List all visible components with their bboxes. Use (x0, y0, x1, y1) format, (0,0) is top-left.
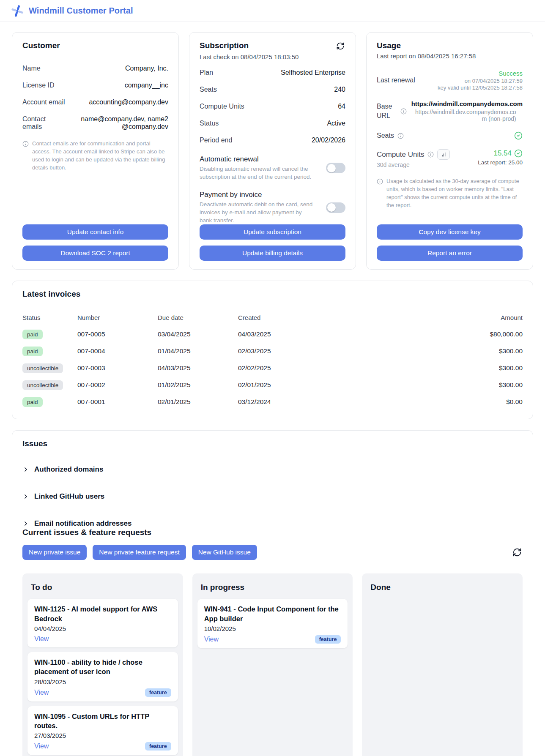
invoice-number: 007-0004 (77, 343, 158, 360)
issue-date: 27/03/2025 (34, 732, 171, 739)
usage-card-title: Usage (377, 41, 523, 50)
view-issue-link[interactable]: View (204, 636, 219, 643)
period-end-row: Period end 20/02/2026 (200, 136, 345, 144)
kanban-card[interactable]: WIN-1100 - ability to hide / chose place… (27, 652, 178, 701)
new-private-issue-button[interactable]: New private issue (22, 545, 87, 560)
column-title: To do (31, 583, 178, 592)
invoice-number: 007-0002 (77, 377, 158, 393)
invoice-amount: $0.00 (451, 393, 523, 410)
customer-license-row: License ID company__inc (22, 82, 168, 89)
invoice-number: 007-0005 (77, 326, 158, 343)
customer-note-text: Contact emails are for communication and… (32, 140, 168, 172)
top-bar: Windmill Customer Portal (0, 0, 545, 22)
automatic-renewal-toggle[interactable] (326, 163, 345, 173)
invoice-created: 02/01/2025 (238, 377, 451, 393)
kanban-card[interactable]: WIN-1095 - Custom URLs for HTTP routes. … (27, 706, 178, 756)
compute-units-chart-button[interactable] (437, 149, 450, 160)
usage-seats-row: Seats (377, 131, 523, 140)
field-value: Active (327, 120, 345, 127)
invoice-amount: $300.00 (451, 343, 523, 360)
field-label: Plan (200, 69, 213, 76)
accordion-authorized-domains[interactable]: Authorized domains (22, 465, 523, 474)
customer-fields: Name Company, Inc. License ID company__i… (22, 50, 168, 131)
kanban-card[interactable]: WIN-941 - Code Input Component for the A… (197, 599, 348, 648)
column-title: In progress (201, 583, 348, 592)
invoice-amount: $300.00 (451, 377, 523, 393)
table-row-cell: paid (22, 393, 77, 410)
refresh-issues-icon[interactable] (512, 547, 523, 558)
report-an-error-button[interactable]: Report an error (377, 246, 523, 261)
info-icon (22, 141, 29, 172)
feature-tag: feature (145, 688, 171, 697)
check-circle-icon (514, 131, 523, 140)
seats-row: Seats 240 (200, 86, 345, 93)
refresh-subscription-icon[interactable] (335, 41, 345, 51)
column-header-status: Status (22, 309, 77, 326)
invoice-created: 02/02/2025 (238, 360, 451, 377)
new-github-issue-button[interactable]: New GitHub issue (192, 545, 257, 560)
new-private-feature-request-button[interactable]: New private feature request (93, 545, 186, 560)
column-title: Done (370, 583, 518, 592)
accordion-email-notification-addresses[interactable]: Email notification addresses (22, 519, 523, 528)
customer-name-row: Name Company, Inc. (22, 65, 168, 72)
page-content: Customer Name Company, Inc. License ID c… (0, 22, 545, 756)
windmill-logo-icon (11, 5, 24, 17)
usage-note: Usage is calculated as the 30-day averag… (377, 177, 523, 209)
accordion-label: Linked GitHub users (34, 492, 104, 501)
invoice-created: 02/03/2025 (238, 343, 451, 360)
status-badge: paid (22, 397, 43, 407)
chevron-right-icon (22, 520, 29, 527)
base-url-row: Base URL https://windmill.companydemos.c… (377, 100, 523, 122)
app-title: Windmill Customer Portal (29, 6, 133, 16)
feature-tag: feature (315, 635, 341, 644)
subscription-last-check: Last check on 08/04/2025 18:03:50 (200, 53, 345, 60)
customer-card: Customer Name Company, Inc. License ID c… (12, 32, 179, 270)
customer-account-email-row: Account email accounting@company.dev (22, 98, 168, 106)
issue-title: WIN-1095 - Custom URLs for HTTP routes. (34, 712, 171, 731)
accordion-linked-github-users[interactable]: Linked GitHub users (22, 492, 523, 501)
update-subscription-button[interactable]: Update subscription (200, 224, 345, 240)
download-soc2-report-button[interactable]: Download SOC 2 report (22, 246, 168, 261)
field-value: 64 (338, 103, 345, 110)
info-icon (377, 178, 383, 209)
copy-dev-license-key-button[interactable]: Copy dev license key (377, 224, 523, 240)
kanban-card[interactable]: WIN-1125 - AI model support for AWS Bedr… (27, 599, 178, 647)
seats-label: Seats (377, 132, 394, 139)
usage-compute-units-row: Compute Units 30d average 15.54 (377, 149, 523, 168)
field-label: Period end (200, 136, 232, 144)
column-header-due-date: Due date (158, 309, 238, 326)
issue-date: 28/03/2025 (34, 678, 171, 685)
info-icon[interactable] (397, 133, 404, 139)
customer-contact-emails-row: Contact emails name@company.dev, name2@c… (22, 115, 168, 131)
toggle-description: Disabling automatic renewal will cancel … (200, 165, 313, 181)
column-header-amount: Amount (451, 309, 523, 326)
update-contact-info-button[interactable]: Update contact info (22, 224, 168, 240)
field-label: Contact emails (22, 115, 52, 131)
base-url-secondary: https://windmill.dev.companydemos.com (n… (411, 109, 516, 122)
view-issue-link[interactable]: View (34, 689, 49, 696)
view-issue-link[interactable]: View (34, 742, 49, 750)
issue-date: 10/02/2025 (204, 625, 341, 632)
field-value: name@company.dev, name2@company.dev (75, 115, 168, 131)
table-row-cell: uncollectible (22, 377, 77, 393)
kanban-column-in-progress: In progress WIN-941 - Code Input Compone… (192, 573, 353, 756)
current-issues-title: Current issues & feature requests (22, 528, 523, 537)
customer-card-title: Customer (22, 41, 168, 50)
compute-units-last-report: Last report: 25.00 (478, 159, 523, 166)
view-issue-link[interactable]: View (34, 635, 49, 643)
info-icon[interactable] (427, 151, 434, 158)
invoice-due-date: 02/01/2025 (158, 393, 238, 410)
chevron-right-icon (22, 493, 29, 500)
info-icon[interactable] (400, 108, 407, 115)
seats-ok-indicator (514, 131, 523, 140)
invoice-amount: $300.00 (451, 360, 523, 377)
column-header-created: Created (238, 309, 451, 326)
invoice-due-date: 01/02/2025 (158, 377, 238, 393)
payment-by-invoice-toggle[interactable] (326, 202, 345, 213)
update-billing-details-button[interactable]: Update billing details (200, 246, 345, 261)
compute-units-row: Compute Units 64 (200, 103, 345, 110)
feature-tag: feature (145, 742, 171, 751)
table-row-cell: uncollectible (22, 360, 77, 377)
invoice-number: 007-0003 (77, 360, 158, 377)
table-row-cell: paid (22, 326, 77, 343)
